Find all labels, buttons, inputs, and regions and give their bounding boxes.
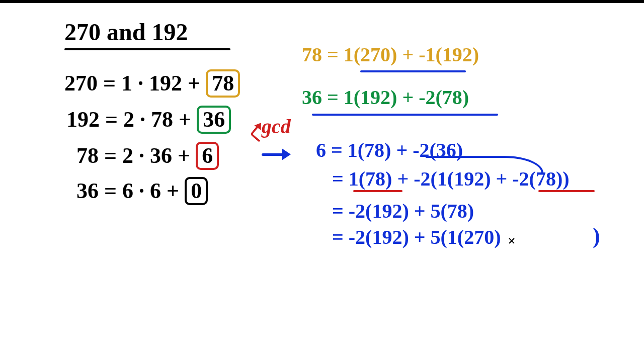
euclid-line-1: 270 = 1 · 192 + 78 bbox=[64, 69, 240, 98]
title-underline bbox=[64, 48, 230, 50]
trailing-paren: ) bbox=[593, 223, 600, 249]
euclid-line-3: 78 = 2 · 36 + 6 bbox=[76, 142, 219, 170]
euclid-line-4: 36 = 6 · 6 + 0 bbox=[76, 177, 208, 205]
box-6: 6 bbox=[196, 142, 219, 170]
euclid-line-2: 192 = 2 · 78 + 36 bbox=[66, 106, 231, 134]
subst-78-underline bbox=[360, 70, 466, 72]
subst-36: 36 = 1(192) + -2(78) bbox=[302, 85, 469, 109]
euclid-l1-lhs: 270 = 1 · 192 + bbox=[64, 71, 206, 96]
substitution-curve-icon bbox=[426, 156, 543, 173]
box-36: 36 bbox=[197, 106, 231, 134]
red-underline-2 bbox=[538, 190, 595, 192]
back-sub-4: = -2(192) + 5(1(270) bbox=[332, 225, 501, 249]
back-sub-3: = -2(192) + 5(78) bbox=[332, 199, 474, 223]
arrow-right-icon bbox=[262, 147, 292, 162]
whiteboard: 270 and 192 270 = 1 · 192 + 78 192 = 2 ·… bbox=[0, 0, 644, 362]
title-text: 270 and 192 bbox=[64, 18, 188, 46]
gcd-label: gcd bbox=[262, 115, 291, 138]
pen-cursor-icon bbox=[507, 236, 517, 246]
euclid-l4-lhs: 36 = 6 · 6 + bbox=[76, 178, 185, 203]
subst-36-underline bbox=[312, 114, 498, 116]
box-78: 78 bbox=[206, 69, 240, 98]
euclid-l3-lhs: 78 = 2 · 36 + bbox=[76, 143, 196, 168]
subst-78: 78 = 1(270) + -1(192) bbox=[302, 43, 479, 66]
euclid-l2-lhs: 192 = 2 · 78 + bbox=[66, 107, 197, 132]
red-underline-1 bbox=[353, 190, 403, 192]
box-0: 0 bbox=[185, 177, 208, 205]
